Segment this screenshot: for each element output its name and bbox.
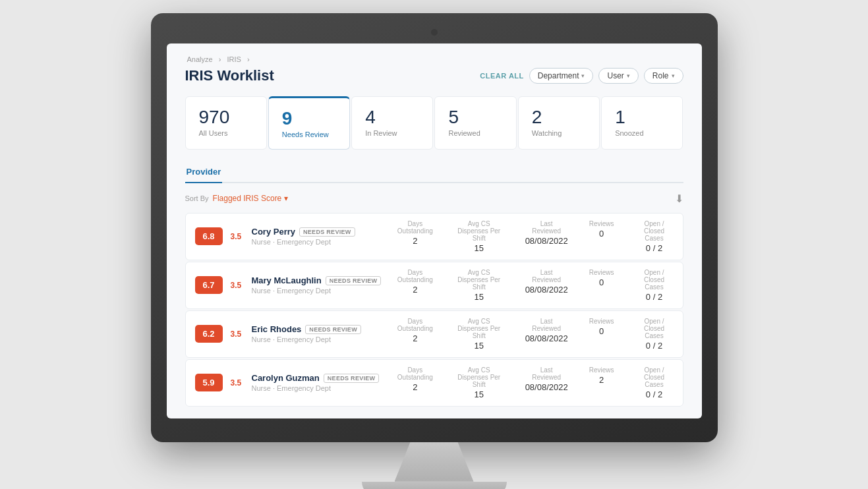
stat-number-in-review: 4 xyxy=(365,107,419,128)
stat-reviews: Reviews 0 xyxy=(589,318,614,351)
stat-number-snoozed: 1 xyxy=(615,107,669,128)
section-tabs: Provider xyxy=(185,163,683,183)
stat-open-closed: Open / Closed Cases 0 / 2 xyxy=(635,366,674,399)
stat-last-reviewed: Last Reviewed 08/08/2022 xyxy=(525,269,568,302)
download-icon[interactable]: ⬇ xyxy=(675,192,683,205)
stat-snoozed[interactable]: 1 Snoozed xyxy=(601,96,683,150)
monitor: Analyze › IRIS › IRIS Worklist CLEAR ALL… xyxy=(151,13,718,489)
iris-score-badge: 6.8 xyxy=(195,227,223,245)
header-controls: CLEAR ALL Department ▾ User ▾ Role ▾ xyxy=(480,68,683,84)
breadcrumb-analyze[interactable]: Analyze xyxy=(187,55,213,63)
stat-watching[interactable]: 2 Watching xyxy=(518,96,600,150)
sort-select[interactable]: Flagged IRIS Score ▾ xyxy=(213,194,288,203)
stat-avg-cs: Avg CS Dispenses Per Shift 15 xyxy=(454,318,504,351)
employee-info: Cory Perry NEEDS REVIEW Nurse · Emergenc… xyxy=(252,227,390,246)
page-header: IRIS Worklist CLEAR ALL Department ▾ Use… xyxy=(185,67,683,84)
sort-controls: Sort By Flagged IRIS Score ▾ xyxy=(185,194,288,203)
stat-in-review[interactable]: 4 In Review xyxy=(351,96,433,150)
stat-label-reviewed: Reviewed xyxy=(448,129,502,137)
stat-reviews: Reviews 2 xyxy=(589,366,614,399)
stat-number-all-users: 970 xyxy=(199,107,253,128)
user-filter[interactable]: User ▾ xyxy=(598,68,638,84)
employee-name: Cory Perry NEEDS REVIEW xyxy=(252,227,390,237)
employee-info: Carolyn Guzman NEEDS REVIEW Nurse · Emer… xyxy=(252,373,390,392)
stat-reviews: Reviews 0 xyxy=(589,220,614,253)
threshold-score: 3.5 xyxy=(231,378,244,388)
department-filter[interactable]: Department ▾ xyxy=(529,68,594,84)
stat-open-closed: Open / Closed Cases 0 / 2 xyxy=(635,220,674,253)
stat-last-reviewed: Last Reviewed 08/08/2022 xyxy=(525,318,568,351)
employee-info: Mary McLaughlin NEEDS REVIEW Nurse · Eme… xyxy=(252,275,390,295)
stat-days-outstanding: Days Outstanding 2 xyxy=(397,220,433,253)
table-row[interactable]: 6.7 3.5 Mary McLaughlin NEEDS REVIEW Nur… xyxy=(185,262,683,309)
table-row[interactable]: 6.8 3.5 Cory Perry NEEDS REVIEW Nurse · … xyxy=(185,213,683,260)
employee-role: Nurse · Emergency Dept xyxy=(252,238,390,246)
sort-row: Sort By Flagged IRIS Score ▾ ⬇ xyxy=(185,192,683,205)
stat-open-closed: Open / Closed Cases 0 / 2 xyxy=(635,269,674,302)
table-row[interactable]: 5.9 3.5 Carolyn Guzman NEEDS REVIEW Nurs… xyxy=(185,359,683,407)
stat-avg-cs: Avg CS Dispenses Per Shift 15 xyxy=(454,366,504,399)
stat-number-needs-review: 9 xyxy=(282,109,336,129)
employee-role: Nurse · Emergency Dept xyxy=(252,384,390,392)
monitor-camera xyxy=(431,29,438,36)
stat-last-reviewed: Last Reviewed 08/08/2022 xyxy=(525,220,568,253)
status-badge: NEEDS REVIEW xyxy=(305,325,361,334)
chevron-down-icon: ▾ xyxy=(627,72,630,79)
stat-label-watching: Watching xyxy=(532,129,586,137)
stat-reviews: Reviews 0 xyxy=(589,269,614,302)
stat-days-outstanding: Days Outstanding 2 xyxy=(397,269,433,302)
role-filter[interactable]: Role ▾ xyxy=(644,68,683,84)
threshold-score: 3.5 xyxy=(231,232,244,241)
employee-stats: Days Outstanding 2 Avg CS Dispenses Per … xyxy=(397,220,674,253)
tab-provider[interactable]: Provider xyxy=(185,163,223,183)
stat-label-snoozed: Snoozed xyxy=(615,129,669,137)
chevron-down-icon: ▾ xyxy=(581,72,585,79)
employee-stats: Days Outstanding 2 Avg CS Dispenses Per … xyxy=(397,269,674,302)
threshold-score: 3.5 xyxy=(231,330,244,339)
stat-label-in-review: In Review xyxy=(365,129,419,137)
stat-reviewed[interactable]: 5 Reviewed xyxy=(434,96,516,150)
threshold-score: 3.5 xyxy=(231,281,244,290)
iris-score-badge: 6.2 xyxy=(195,325,223,343)
breadcrumb: Analyze › IRIS › xyxy=(185,55,683,63)
stat-days-outstanding: Days Outstanding 2 xyxy=(397,318,433,351)
stat-label-all-users: All Users xyxy=(199,129,253,137)
clear-all-button[interactable]: CLEAR ALL xyxy=(480,72,523,80)
employee-stats: Days Outstanding 2 Avg CS Dispenses Per … xyxy=(397,366,674,399)
employee-list: 6.8 3.5 Cory Perry NEEDS REVIEW Nurse · … xyxy=(185,213,683,407)
iris-score-badge: 6.7 xyxy=(195,276,223,294)
employee-role: Nurse · Emergency Dept xyxy=(252,335,390,343)
employee-name: Carolyn Guzman NEEDS REVIEW xyxy=(252,373,390,383)
stat-avg-cs: Avg CS Dispenses Per Shift 15 xyxy=(454,220,504,253)
stat-last-reviewed: Last Reviewed 08/08/2022 xyxy=(525,366,568,399)
table-row[interactable]: 6.2 3.5 Eric Rhodes NEEDS REVIEW Nurse ·… xyxy=(185,310,683,358)
page-title: IRIS Worklist xyxy=(185,67,274,84)
stat-open-closed: Open / Closed Cases 0 / 2 xyxy=(635,318,674,351)
status-badge: NEEDS REVIEW xyxy=(326,276,382,285)
employee-name: Mary McLaughlin NEEDS REVIEW xyxy=(252,275,390,285)
employee-role: Nurse · Emergency Dept xyxy=(252,287,390,295)
stat-days-outstanding: Days Outstanding 2 xyxy=(397,366,433,399)
monitor-screen: Analyze › IRIS › IRIS Worklist CLEAR ALL… xyxy=(167,43,702,418)
stat-number-watching: 2 xyxy=(532,107,586,128)
stats-row: 970 All Users 9 Needs Review 4 In Review… xyxy=(185,96,683,150)
iris-score-badge: 5.9 xyxy=(195,374,223,391)
stat-number-reviewed: 5 xyxy=(448,107,502,128)
stat-needs-review[interactable]: 9 Needs Review xyxy=(268,96,350,150)
sort-label: Sort By xyxy=(185,194,209,202)
breadcrumb-iris[interactable]: IRIS xyxy=(227,55,241,63)
employee-stats: Days Outstanding 2 Avg CS Dispenses Per … xyxy=(397,318,674,351)
employee-name: Eric Rhodes NEEDS REVIEW xyxy=(252,324,390,334)
stat-avg-cs: Avg CS Dispenses Per Shift 15 xyxy=(454,269,504,302)
status-badge: NEEDS REVIEW xyxy=(299,227,355,237)
employee-info: Eric Rhodes NEEDS REVIEW Nurse · Emergen… xyxy=(252,324,390,343)
stat-label-needs-review: Needs Review xyxy=(282,130,336,138)
stat-all-users[interactable]: 970 All Users xyxy=(185,96,267,150)
monitor-stand-neck xyxy=(395,442,474,482)
monitor-bezel: Analyze › IRIS › IRIS Worklist CLEAR ALL… xyxy=(151,13,718,442)
app-container: Analyze › IRIS › IRIS Worklist CLEAR ALL… xyxy=(167,43,702,418)
status-badge: NEEDS REVIEW xyxy=(324,374,380,383)
chevron-down-icon: ▾ xyxy=(672,72,675,79)
monitor-stand-base xyxy=(362,482,507,489)
